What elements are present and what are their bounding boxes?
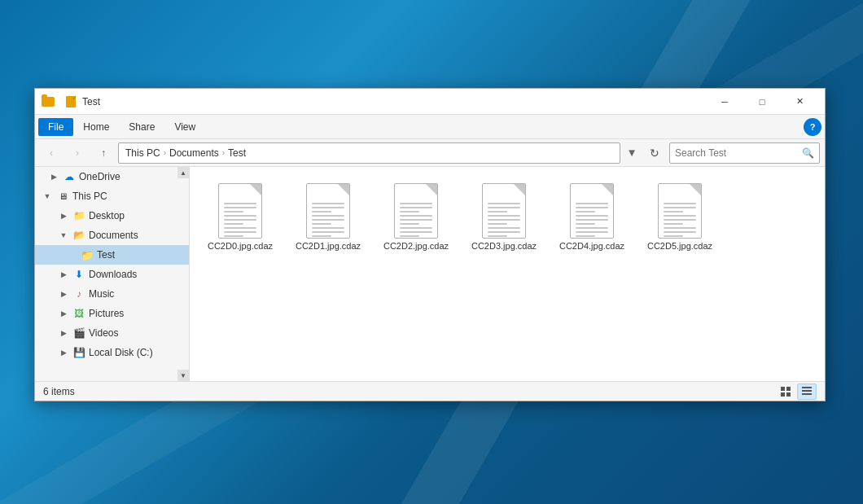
expand-documents: ▼ [58, 230, 69, 241]
file-line [664, 211, 683, 213]
file-icon [570, 183, 614, 239]
sidebar-item-test[interactable]: 📁 Test [35, 245, 189, 265]
address-path[interactable]: This PC › Documents › Test [118, 142, 620, 164]
file-line [488, 223, 507, 225]
file-line [664, 207, 696, 208]
file-icon [482, 183, 526, 239]
search-box: 🔍 [669, 142, 820, 164]
back-button[interactable]: ‹ [40, 142, 63, 164]
sidebar-label-pictures: Pictures [89, 308, 124, 319]
menu-file[interactable]: File [38, 118, 73, 136]
path-test[interactable]: Test [228, 147, 246, 159]
pictures-icon: 🖼 [72, 307, 85, 320]
sidebar-item-desktop[interactable]: ▶ 📁 Desktop [35, 206, 189, 226]
file-line [400, 223, 419, 225]
sidebar-item-thispc[interactable]: ▼ 🖥 This PC [35, 186, 189, 206]
refresh-button[interactable]: ↻ [643, 142, 666, 164]
menu-home[interactable]: Home [73, 118, 119, 136]
sidebar: ▲ ▶ ☁ OneDrive ▼ 🖥 This PC ▶ 📁 Desktop [35, 167, 190, 381]
file-line [488, 235, 507, 237]
file-line [224, 215, 256, 217]
file-icon [658, 183, 702, 239]
explorer-window: Test ─ □ ✕ File Home Share View ? ‹ › ↑ … [34, 88, 826, 401]
file-line [312, 231, 344, 233]
view-details-button[interactable] [797, 383, 817, 400]
file-name: CC2D3.jpg.cdaz [471, 240, 537, 252]
path-documents[interactable]: Documents [169, 147, 219, 159]
minimize-button[interactable]: ─ [706, 89, 743, 115]
file-line [576, 215, 608, 217]
title-bar: Test ─ □ ✕ [35, 89, 825, 115]
path-sep-2: › [222, 148, 225, 157]
file-item[interactable]: CC2D2.jpg.cdaz [375, 177, 457, 256]
sidebar-item-onedrive[interactable]: ▶ ☁ OneDrive [35, 167, 189, 186]
sidebar-label-desktop: Desktop [89, 210, 125, 221]
sidebar-scroll-up[interactable]: ▲ [177, 167, 189, 178]
close-button[interactable]: ✕ [781, 89, 818, 115]
file-line [224, 211, 243, 213]
sidebar-item-documents[interactable]: ▼ 📂 Documents [35, 226, 189, 245]
sidebar-label-videos: Videos [89, 327, 118, 339]
menu-view[interactable]: View [164, 118, 205, 136]
path-thispc[interactable]: This PC [125, 147, 160, 159]
file-icon-wrapper [566, 182, 618, 240]
sidebar-scroll-down[interactable]: ▼ [177, 370, 189, 381]
file-item[interactable]: CC2D3.jpg.cdaz [463, 177, 545, 256]
menu-share[interactable]: Share [119, 118, 164, 136]
file-name: CC2D5.jpg.cdaz [647, 240, 712, 252]
expand-pictures: ▶ [58, 308, 69, 319]
file-line [576, 227, 608, 229]
file-icon-wrapper [302, 182, 354, 240]
main-content: ▲ ▶ ☁ OneDrive ▼ 🖥 This PC ▶ 📁 Desktop [35, 167, 825, 381]
videos-icon: 🎬 [72, 327, 85, 340]
file-line [400, 219, 432, 221]
sidebar-item-music[interactable]: ▶ ♪ Music [35, 284, 189, 304]
window-title: Test [79, 96, 706, 107]
maximize-button[interactable]: □ [743, 89, 781, 115]
file-line [664, 203, 696, 204]
file-line [400, 231, 432, 233]
path-dropdown-button[interactable]: ▼ [624, 142, 640, 164]
file-item[interactable]: CC2D0.jpg.cdaz [199, 177, 281, 256]
file-item[interactable]: CC2D4.jpg.cdaz [551, 177, 633, 256]
file-line [488, 227, 520, 229]
sidebar-label-downloads: Downloads [89, 269, 137, 280]
file-name: CC2D0.jpg.cdaz [208, 240, 273, 252]
search-input[interactable] [675, 147, 799, 159]
sidebar-label-music: Music [89, 288, 114, 300]
file-icon-wrapper [654, 182, 706, 240]
file-line [488, 231, 520, 233]
help-button[interactable]: ? [804, 118, 821, 136]
file-line [576, 203, 608, 204]
sidebar-item-videos[interactable]: ▶ 🎬 Videos [35, 323, 189, 343]
file-line [576, 231, 608, 233]
downloads-icon: ⬇ [72, 268, 85, 281]
svg-rect-1 [786, 387, 791, 391]
file-icon-lines [571, 200, 613, 239]
sidebar-item-pictures[interactable]: ▶ 🖼 Pictures [35, 304, 189, 323]
grid-view-icon [780, 386, 791, 397]
file-line [576, 235, 595, 237]
status-bar: 6 items [35, 381, 825, 401]
file-line [664, 219, 696, 221]
file-icon-lines [307, 200, 349, 239]
expand-localdisk: ▶ [58, 347, 69, 358]
expand-music: ▶ [58, 288, 69, 300]
forward-button[interactable]: › [66, 142, 89, 164]
file-icon [394, 183, 438, 239]
documents-icon: 📂 [72, 229, 85, 242]
music-icon: ♪ [72, 287, 85, 300]
view-grid-button[interactable] [776, 383, 795, 400]
file-item[interactable]: CC2D5.jpg.cdaz [639, 177, 721, 256]
test-folder-icon: 📁 [81, 248, 94, 261]
expand-downloads: ▶ [58, 269, 69, 280]
sidebar-item-localdisk[interactable]: ▶ 💾 Local Disk (C:) [35, 343, 189, 362]
file-item[interactable]: CC2D1.jpg.cdaz [287, 177, 369, 256]
sidebar-item-downloads[interactable]: ▶ ⬇ Downloads [35, 265, 189, 284]
search-button[interactable]: 🔍 [802, 147, 814, 159]
file-line [400, 203, 432, 204]
file-line [224, 207, 256, 208]
up-button[interactable]: ↑ [92, 142, 115, 164]
file-line [224, 231, 256, 233]
path-sep-1: › [164, 148, 166, 157]
